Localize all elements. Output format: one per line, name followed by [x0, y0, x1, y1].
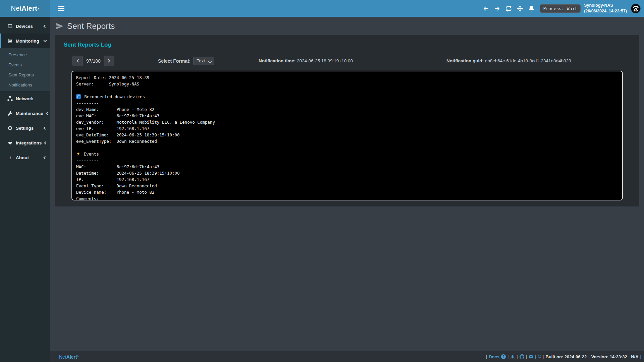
brand-logo[interactable]: NetAlertx [0, 0, 50, 17]
console-line: dev_Vendor: Motorola Mobility LLC, a Len… [76, 119, 618, 125]
console-line: eve_IP: 192.168.1.167 [76, 125, 618, 132]
envelope-icon [529, 354, 533, 359]
notification-time-label: Notification time: [259, 58, 296, 63]
console-line: Event Type: Down Reconnected [76, 183, 618, 189]
sidebar-item-settings[interactable]: Settings [0, 121, 50, 135]
console-line [76, 144, 618, 151]
gear-icon [7, 125, 13, 131]
sidebar-subitem-presence[interactable]: Presence [0, 50, 50, 60]
brand-sup: x [38, 6, 40, 10]
notifications-button[interactable] [526, 3, 537, 14]
chevron-right-icon [107, 59, 110, 63]
hamburger-icon [58, 6, 64, 7]
top-header: NetAlertx Process: Wait Synology-NAS (26… [0, 0, 644, 17]
info-icon: i [7, 155, 13, 160]
console-line: --------- [76, 100, 618, 106]
server-time: (26/06/2024, 14:23:57) [584, 8, 627, 14]
github-icon [520, 354, 524, 359]
report-console[interactable]: Report Date: 2024-06-25 18:39Server: Syn… [71, 71, 623, 200]
console-line: Device name: Phone - Moto 82 [76, 189, 618, 195]
sidebar-item-maintenance[interactable]: Maintenance [0, 106, 50, 121]
sidebar-item-label: Monitoring [16, 39, 41, 44]
console-line: Comments: [76, 195, 618, 200]
chevron-left-icon [44, 126, 47, 130]
footer-brand-link[interactable]: NetAlertx [59, 354, 78, 360]
console-line: --------- [76, 157, 618, 164]
notification-guid-value: eb8eb64c-61de-4b18-8cd1-2341e8d4b029 [485, 58, 571, 63]
format-select[interactable]: Text [193, 57, 214, 65]
footer-links: | Docs ? | | | | © | Built on: 2024-06-2… [486, 354, 641, 359]
move-button[interactable] [514, 3, 526, 14]
console-line: Events [76, 151, 618, 157]
report-controls: 97/100 Select Format: Text Notification … [55, 56, 639, 66]
nav-back-button[interactable] [480, 3, 491, 14]
page-title-text: Sent Reports [67, 21, 115, 31]
wrench-icon [7, 111, 13, 116]
monitoring-submenu: Presence Events Sent Reports Notificatio… [0, 48, 50, 91]
sidebar-item-about[interactable]: i About [0, 150, 50, 165]
console-line: eve_EventType: Down Reconnected [76, 138, 618, 144]
process-status-badge[interactable]: Process: Wait [540, 4, 581, 13]
avatar-icon [631, 4, 641, 13]
user-avatar[interactable] [631, 4, 641, 13]
sidebar-item-label: Network [16, 96, 46, 101]
paper-plane-icon [56, 22, 64, 30]
sent-reports-panel: Sent Reports Log 97/100 Select Format: T… [55, 35, 639, 206]
sidebar-item-devices[interactable]: Devices [0, 19, 50, 34]
help-icon[interactable]: ? [501, 354, 506, 359]
console-line: IP: 192.168.1.167 [76, 176, 618, 183]
notification-time-value: 2024-06-25 18:39:19+10:00 [297, 58, 353, 63]
console-line: Reconnected down devices [76, 94, 618, 100]
app-body: Devices Monitoring Presence Events Sent … [0, 17, 644, 362]
sidebar-item-network[interactable]: Network [0, 91, 50, 106]
panel-heading[interactable]: Sent Reports Log [55, 40, 639, 50]
plug-icon [7, 140, 13, 145]
chevron-left-icon [44, 24, 47, 28]
refresh-icon [505, 5, 512, 12]
sidebar-toggle-button[interactable] [56, 4, 66, 13]
sidebar-item-label: Maintenance [16, 111, 43, 116]
sidebar-subitem-sent-reports[interactable]: Sent Reports [0, 70, 50, 80]
sidebar-item-integrations[interactable]: Integrations [0, 135, 50, 150]
bug-report-link[interactable] [510, 354, 515, 359]
next-report-button[interactable] [104, 56, 114, 66]
notification-guid: Notification guid: eb8eb64c-61de-4b18-8c… [446, 58, 639, 63]
sync-emoji-icon [76, 94, 81, 99]
format-select-wrap: Text [193, 57, 214, 65]
sidebar-item-label: Settings [16, 126, 41, 131]
sidebar-subitem-events[interactable]: Events [0, 60, 50, 70]
brand-bold: Alert [21, 5, 37, 12]
brand-prefix: Net [11, 5, 21, 12]
format-label: Select Format: [158, 58, 191, 64]
prev-report-button[interactable] [72, 56, 83, 66]
docs-link[interactable]: Docs [489, 354, 499, 359]
chevron-down-icon [44, 39, 47, 42]
arrow-right-icon [494, 5, 500, 12]
copyright-link[interactable]: © [538, 354, 541, 359]
bell-icon [528, 5, 535, 12]
zap-emoji-icon [76, 152, 80, 156]
console-line: eve_DateTime: 2024-06-25 18:39:15+10:00 [76, 132, 618, 138]
build-info: Built on: 2024-06-22 [546, 354, 587, 359]
sidebar-item-monitoring[interactable]: Monitoring [0, 34, 50, 48]
console-line: Server: Synology-NAS [76, 81, 618, 87]
chevron-left-icon [76, 59, 80, 63]
version-info: Version: 14:23:32 - N/A [591, 354, 639, 359]
nav-forward-button[interactable] [491, 3, 503, 14]
chevron-left-icon [44, 156, 47, 159]
sidebar-subitem-notifications[interactable]: Notifications [0, 80, 50, 90]
arrow-left-icon [483, 5, 489, 12]
refresh-button[interactable] [503, 3, 514, 14]
sitemap-icon [7, 96, 13, 101]
sidebar-item-label: About [16, 155, 41, 160]
server-info: Synology-NAS (26/06/2024, 14:23:57) [584, 3, 627, 14]
format-group: Select Format: Text [158, 57, 259, 65]
email-link[interactable] [529, 354, 533, 359]
notification-time: Notification time: 2024-06-25 18:39:19+1… [259, 58, 446, 63]
pagination: 97/100 [55, 56, 158, 66]
sidebar-item-label: Integrations [16, 140, 42, 145]
chevron-left-icon [46, 112, 49, 115]
console-line: Datetime: 2024-06-25 18:39:15+10:00 [76, 170, 618, 176]
main-area: Sent Reports Sent Reports Log 97/100 Sel… [50, 17, 644, 362]
github-link[interactable] [520, 354, 524, 359]
